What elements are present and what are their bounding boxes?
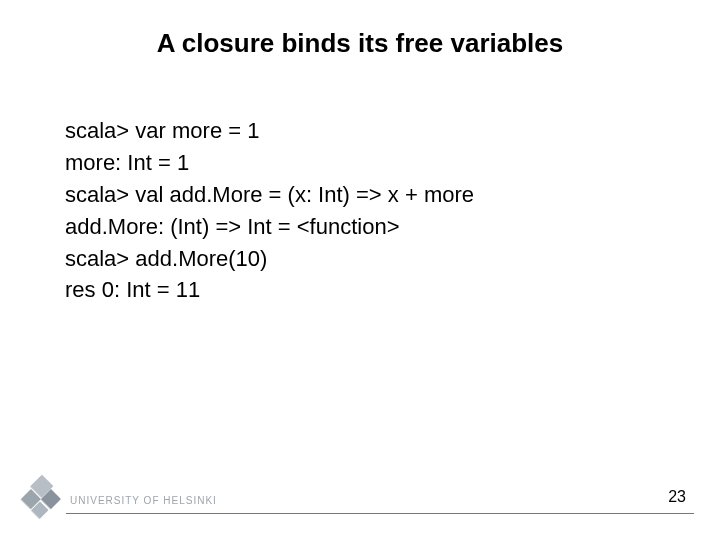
slide: A closure binds its free variables scala… <box>0 0 720 540</box>
code-line: more: Int = 1 <box>65 147 660 179</box>
footer: UNIVERSITY OF HELSINKI 23 <box>0 482 720 524</box>
slide-title: A closure binds its free variables <box>0 28 720 59</box>
code-line: add.More: (Int) => Int = <function> <box>65 211 660 243</box>
code-line: scala> var more = 1 <box>65 115 660 147</box>
divider <box>66 513 694 514</box>
code-block: scala> var more = 1 more: Int = 1 scala>… <box>65 115 660 306</box>
code-line: scala> add.More(10) <box>65 243 660 275</box>
page-number: 23 <box>668 488 686 506</box>
code-line: res 0: Int = 11 <box>65 274 660 306</box>
university-logo-icon <box>20 478 62 520</box>
code-line: scala> val add.More = (x: Int) => x + mo… <box>65 179 660 211</box>
university-name: UNIVERSITY OF HELSINKI <box>70 495 217 506</box>
